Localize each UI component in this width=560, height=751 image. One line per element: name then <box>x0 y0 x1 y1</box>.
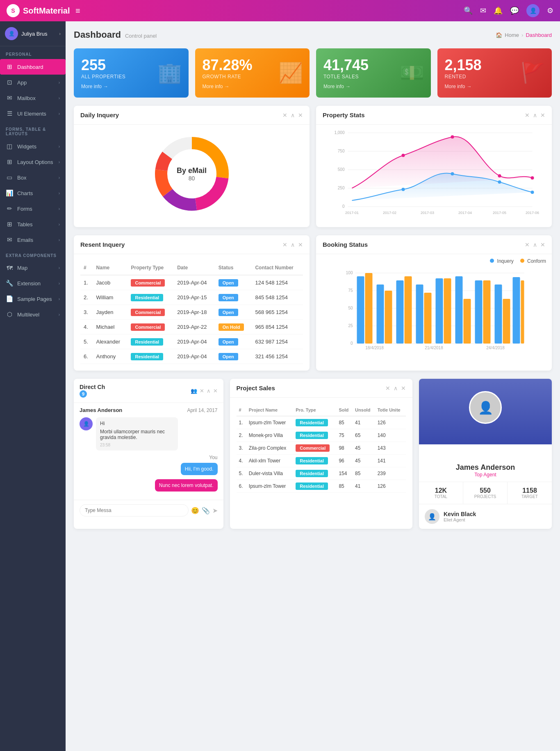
emails-icon: ✉ <box>6 236 13 244</box>
ps-cell-num: 6. <box>237 480 246 493</box>
ps-cell-num: 1. <box>237 416 246 429</box>
action-close-ri[interactable]: ✕ <box>298 241 303 248</box>
sidebar-item-charts[interactable]: 📊 Charts › <box>0 185 66 201</box>
sidebar-item-emails[interactable]: ✉ Emails › <box>0 232 66 248</box>
sidebar-item-widgets[interactable]: ◫ Widgets › <box>0 139 66 154</box>
second-agent-avatar: 👤 <box>425 509 439 524</box>
cell-name: Alexander <box>93 335 128 349</box>
action-close-bs[interactable]: ✕ <box>540 241 545 248</box>
chat-detail: Morbi ullamcorper mauris nec gravida mol… <box>100 429 174 440</box>
stat-more-growth[interactable]: More info → <box>203 84 303 89</box>
widget-body-daily: By eMail 80 <box>74 125 310 223</box>
svg-point-17 <box>451 135 454 139</box>
chat-emoji-icon[interactable]: 😊 <box>191 507 199 514</box>
svg-text:750: 750 <box>338 149 345 153</box>
main-content: Dashboard Control panel 🏠 Home › Dashboa… <box>66 21 560 751</box>
charts-arrow: › <box>59 191 60 196</box>
svg-rect-53 <box>483 280 491 344</box>
action-x-prs[interactable]: ✕ <box>385 385 390 391</box>
svg-rect-47 <box>424 293 432 344</box>
sidebar-item-mailbox[interactable]: ✉ Mailbox › <box>0 90 66 106</box>
app-arrow: › <box>59 80 60 85</box>
ps-cell-name: Zila-pro Complex <box>246 442 293 455</box>
action-close-ps[interactable]: ✕ <box>525 112 530 118</box>
sidebar-item-tables[interactable]: ⊞ Tables › <box>0 216 66 232</box>
widget-body-prs: # Project Name Pro. Type Sold Unsold Tot… <box>230 398 413 499</box>
col-proptype: Property Type <box>127 261 174 275</box>
sidebar-item-extension[interactable]: 🔧 Extension › <box>0 275 66 291</box>
stat-more-rented[interactable]: More info → <box>445 84 545 89</box>
page-subtitle: Control panel <box>125 33 157 39</box>
ps-cell-sold: 85 <box>336 416 353 429</box>
hamburger-icon[interactable]: ≡ <box>75 6 80 16</box>
stat-more-sales[interactable]: More info → <box>323 84 423 89</box>
sidebar-item-forms[interactable]: ✏ Forms › <box>0 201 66 216</box>
col-date: Date <box>174 261 215 275</box>
sidebar-item-sample-pages[interactable]: 📄 Sample Pages › <box>0 291 66 307</box>
chat-action-close[interactable]: ✕ <box>213 388 218 394</box>
mail-icon[interactable]: ✉ <box>480 6 486 15</box>
action-up-bs[interactable]: ∧ <box>533 241 537 248</box>
agent-total-num: 12K <box>421 487 460 494</box>
chat-send-icon[interactable]: ➤ <box>212 507 218 514</box>
forms-arrow: › <box>59 207 60 211</box>
chat-card: Direct Ch9 👥 ✕ ∧ ✕ James Anderson April … <box>74 379 223 529</box>
sidebar-item-layout[interactable]: ⊞ Layout Options › <box>0 154 66 170</box>
action-up-ri[interactable]: ∧ <box>291 241 295 248</box>
third-row: Direct Ch9 👥 ✕ ∧ ✕ James Anderson April … <box>74 379 552 529</box>
agent-image-area: 👤 <box>419 379 552 444</box>
chat-input[interactable] <box>80 504 189 517</box>
multilevel-icon: ⬡ <box>6 311 13 318</box>
ps-type-badge: Residential <box>296 470 328 477</box>
widget-actions-daily: ✕ ∧ ✕ <box>282 112 303 118</box>
action-x-bs[interactable]: ✕ <box>525 241 530 248</box>
ps-cell-sold: 96 <box>336 455 353 467</box>
page-header: Dashboard Control panel 🏠 Home › Dashboa… <box>74 30 552 40</box>
chat-icon[interactable]: 💬 <box>510 6 519 15</box>
box-arrow: › <box>59 175 60 180</box>
agent-projects-label: PROJECTS <box>466 494 505 499</box>
stat-cards: 255 ALL PROPERTIES More info → 🏢 87.28% … <box>74 48 552 98</box>
svg-rect-54 <box>495 284 502 344</box>
cell-status: Open <box>215 305 252 320</box>
bell-icon[interactable]: 🔔 <box>494 6 503 15</box>
svg-point-23 <box>531 191 534 194</box>
ps-cell-type: Residential <box>293 429 336 442</box>
action-minimize-ps[interactable]: ✕ <box>540 112 545 118</box>
type-badge: Residential <box>131 353 163 360</box>
logo: S SoftMaterial <box>7 4 72 17</box>
chat-action-x[interactable]: ✕ <box>200 388 204 394</box>
action-close-daily[interactable]: ✕ <box>298 112 303 118</box>
agent-target-num: 1158 <box>510 487 549 494</box>
action-close-prs[interactable]: ✕ <box>401 385 406 391</box>
svg-text:18/4/2018: 18/4/2018 <box>365 346 384 350</box>
action-minimize-daily[interactable]: ✕ <box>282 112 287 118</box>
sidebar-item-map[interactable]: 🗺 Map › <box>0 260 66 275</box>
bc-home[interactable]: Home <box>505 32 519 38</box>
ps-cell-unsold: 65 <box>353 429 375 442</box>
action-up-prs[interactable]: ∧ <box>394 385 398 391</box>
action-expand-daily[interactable]: ∧ <box>291 112 295 118</box>
sidebar-user[interactable]: 👤 Juliya Brus › <box>0 21 66 46</box>
settings-icon[interactable]: ⚙ <box>547 6 553 15</box>
type-badge: Residential <box>131 338 163 346</box>
user-avatar[interactable]: 👤 <box>526 4 540 17</box>
cell-contact: 124 548 1254 <box>252 275 303 290</box>
sidebar-user-avatar: 👤 <box>5 27 18 40</box>
stat-more-properties[interactable]: More info → <box>81 84 181 89</box>
search-icon[interactable]: 🔍 <box>464 6 473 15</box>
sidebar-item-multilevel[interactable]: ⬡ Multilevel › <box>0 307 66 322</box>
sidebar-item-dashboard[interactable]: ⊞ Dashboard <box>0 59 66 75</box>
ps-cell-sold: 154 <box>336 467 353 480</box>
action-x-ri[interactable]: ✕ <box>282 241 287 248</box>
chat-action-users[interactable]: 👥 <box>191 388 197 394</box>
sidebar-item-app[interactable]: ⊡ App › <box>0 75 66 90</box>
chat-action-up[interactable]: ∧ <box>207 388 211 394</box>
chat-attachment-icon[interactable]: 📎 <box>202 507 210 514</box>
sidebar-item-ui-elements[interactable]: ☰ UI Elements › <box>0 106 66 121</box>
action-expand-ps[interactable]: ∧ <box>533 112 537 118</box>
sidebar-item-box[interactable]: ▭ Box › <box>0 170 66 185</box>
widget-project-sales: Project Sales ✕ ∧ ✕ # Project Name Pro. … <box>230 379 413 529</box>
svg-text:24/4/2018: 24/4/2018 <box>486 346 505 350</box>
legend-inquiry: Inquery <box>490 258 513 264</box>
